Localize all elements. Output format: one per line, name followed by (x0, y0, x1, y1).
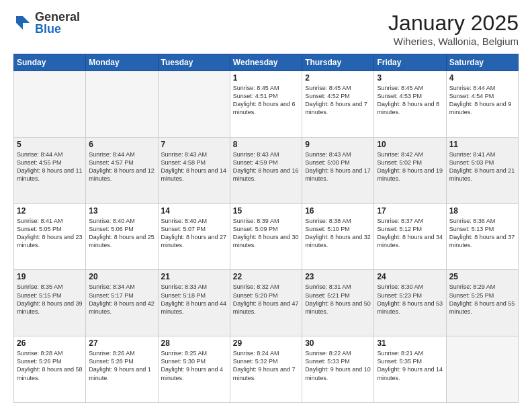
day-number: 13 (89, 206, 154, 216)
calendar: Sunday Monday Tuesday Wednesday Thursday… (13, 54, 519, 403)
calendar-week-row: 19Sunrise: 8:35 AM Sunset: 5:15 PM Dayli… (14, 270, 519, 336)
day-number: 11 (449, 140, 515, 149)
page-title: January 2025 (388, 11, 519, 36)
header: General Blue January 2025 Wiheries, Wall… (13, 11, 519, 47)
svg-marker-3 (16, 16, 23, 23)
day-number: 2 (305, 73, 371, 83)
day-number: 16 (305, 206, 371, 216)
col-sunday: Sunday (14, 54, 86, 71)
table-cell: 19Sunrise: 8:35 AM Sunset: 5:15 PM Dayli… (14, 270, 86, 336)
day-number: 18 (449, 206, 515, 216)
day-number: 6 (89, 140, 154, 149)
table-cell: 27Sunrise: 8:26 AM Sunset: 5:28 PM Dayli… (86, 336, 158, 403)
day-number: 3 (377, 73, 443, 83)
table-cell: 16Sunrise: 8:38 AM Sunset: 5:10 PM Dayli… (302, 203, 374, 270)
day-info: Sunrise: 8:42 AM Sunset: 5:02 PM Dayligh… (377, 150, 443, 183)
day-number: 4 (449, 73, 515, 83)
table-cell: 18Sunrise: 8:36 AM Sunset: 5:13 PM Dayli… (446, 203, 518, 270)
day-info: Sunrise: 8:31 AM Sunset: 5:21 PM Dayligh… (305, 283, 371, 316)
table-cell: 12Sunrise: 8:41 AM Sunset: 5:05 PM Dayli… (14, 203, 86, 270)
table-cell: 8Sunrise: 8:43 AM Sunset: 4:59 PM Daylig… (230, 137, 302, 203)
day-number: 25 (449, 272, 515, 281)
table-cell: 4Sunrise: 8:44 AM Sunset: 4:54 PM Daylig… (446, 71, 518, 138)
col-wednesday: Wednesday (230, 54, 302, 71)
day-info: Sunrise: 8:32 AM Sunset: 5:20 PM Dayligh… (233, 283, 299, 316)
calendar-week-row: 5Sunrise: 8:44 AM Sunset: 4:55 PM Daylig… (14, 137, 519, 203)
day-number: 22 (233, 272, 299, 281)
day-number: 29 (233, 338, 299, 348)
table-cell: 31Sunrise: 8:21 AM Sunset: 5:35 PM Dayli… (374, 336, 446, 403)
day-number: 24 (377, 272, 443, 281)
day-number: 9 (305, 140, 371, 149)
table-cell: 22Sunrise: 8:32 AM Sunset: 5:20 PM Dayli… (230, 270, 302, 336)
day-number: 23 (305, 272, 371, 281)
day-info: Sunrise: 8:34 AM Sunset: 5:17 PM Dayligh… (89, 283, 154, 316)
col-friday: Friday (374, 54, 446, 71)
day-info: Sunrise: 8:44 AM Sunset: 4:55 PM Dayligh… (17, 150, 83, 183)
day-info: Sunrise: 8:22 AM Sunset: 5:33 PM Dayligh… (305, 349, 371, 382)
day-info: Sunrise: 8:35 AM Sunset: 5:15 PM Dayligh… (17, 283, 83, 316)
day-number: 14 (161, 206, 227, 216)
day-number: 15 (233, 206, 299, 216)
table-cell: 29Sunrise: 8:24 AM Sunset: 5:32 PM Dayli… (230, 336, 302, 403)
logo-general: General (35, 11, 80, 23)
day-info: Sunrise: 8:41 AM Sunset: 5:05 PM Dayligh… (17, 217, 83, 250)
table-cell: 14Sunrise: 8:40 AM Sunset: 5:07 PM Dayli… (158, 203, 230, 270)
day-info: Sunrise: 8:38 AM Sunset: 5:10 PM Dayligh… (305, 217, 371, 250)
table-cell: 21Sunrise: 8:33 AM Sunset: 5:18 PM Dayli… (158, 270, 230, 336)
day-number: 21 (161, 272, 227, 281)
day-info: Sunrise: 8:44 AM Sunset: 4:57 PM Dayligh… (89, 150, 154, 183)
calendar-header-row: Sunday Monday Tuesday Wednesday Thursday… (14, 54, 519, 71)
table-cell: 2Sunrise: 8:45 AM Sunset: 4:52 PM Daylig… (302, 71, 374, 138)
table-cell: 7Sunrise: 8:43 AM Sunset: 4:58 PM Daylig… (158, 137, 230, 203)
page-subtitle: Wiheries, Wallonia, Belgium (388, 36, 519, 47)
table-cell: 20Sunrise: 8:34 AM Sunset: 5:17 PM Dayli… (86, 270, 158, 336)
table-cell: 10Sunrise: 8:42 AM Sunset: 5:02 PM Dayli… (374, 137, 446, 203)
day-info: Sunrise: 8:45 AM Sunset: 4:52 PM Dayligh… (305, 84, 371, 117)
table-cell (158, 71, 230, 138)
calendar-week-row: 1Sunrise: 8:45 AM Sunset: 4:51 PM Daylig… (14, 71, 519, 138)
table-cell: 15Sunrise: 8:39 AM Sunset: 5:09 PM Dayli… (230, 203, 302, 270)
calendar-week-row: 26Sunrise: 8:28 AM Sunset: 5:26 PM Dayli… (14, 336, 519, 403)
day-number: 19 (17, 272, 83, 281)
day-info: Sunrise: 8:28 AM Sunset: 5:26 PM Dayligh… (17, 349, 83, 382)
table-cell: 23Sunrise: 8:31 AM Sunset: 5:21 PM Dayli… (302, 270, 374, 336)
table-cell: 1Sunrise: 8:45 AM Sunset: 4:51 PM Daylig… (230, 71, 302, 138)
table-cell: 13Sunrise: 8:40 AM Sunset: 5:06 PM Dayli… (86, 203, 158, 270)
table-cell: 3Sunrise: 8:45 AM Sunset: 4:53 PM Daylig… (374, 71, 446, 138)
day-info: Sunrise: 8:43 AM Sunset: 5:00 PM Dayligh… (305, 150, 371, 183)
day-info: Sunrise: 8:41 AM Sunset: 5:03 PM Dayligh… (449, 150, 515, 183)
table-cell (86, 71, 158, 138)
table-cell: 11Sunrise: 8:41 AM Sunset: 5:03 PM Dayli… (446, 137, 518, 203)
day-info: Sunrise: 8:33 AM Sunset: 5:18 PM Dayligh… (161, 283, 227, 316)
day-info: Sunrise: 8:43 AM Sunset: 4:58 PM Dayligh… (161, 150, 227, 183)
table-cell: 25Sunrise: 8:29 AM Sunset: 5:25 PM Dayli… (446, 270, 518, 336)
day-info: Sunrise: 8:43 AM Sunset: 4:59 PM Dayligh… (233, 150, 299, 183)
day-info: Sunrise: 8:37 AM Sunset: 5:12 PM Dayligh… (377, 217, 443, 250)
calendar-week-row: 12Sunrise: 8:41 AM Sunset: 5:05 PM Dayli… (14, 203, 519, 270)
day-number: 20 (89, 272, 154, 281)
day-number: 7 (161, 140, 227, 149)
day-info: Sunrise: 8:21 AM Sunset: 5:35 PM Dayligh… (377, 349, 443, 382)
day-number: 28 (161, 338, 227, 348)
col-monday: Monday (86, 54, 158, 71)
day-info: Sunrise: 8:30 AM Sunset: 5:23 PM Dayligh… (377, 283, 443, 316)
title-block: January 2025 Wiheries, Wallonia, Belgium (388, 11, 519, 47)
day-info: Sunrise: 8:45 AM Sunset: 4:53 PM Dayligh… (377, 84, 443, 117)
col-thursday: Thursday (302, 54, 374, 71)
day-number: 31 (377, 338, 443, 348)
day-info: Sunrise: 8:45 AM Sunset: 4:51 PM Dayligh… (233, 84, 299, 117)
day-info: Sunrise: 8:29 AM Sunset: 5:25 PM Dayligh… (449, 283, 515, 316)
day-number: 27 (89, 338, 154, 348)
day-number: 10 (377, 140, 443, 149)
table-cell: 9Sunrise: 8:43 AM Sunset: 5:00 PM Daylig… (302, 137, 374, 203)
day-info: Sunrise: 8:36 AM Sunset: 5:13 PM Dayligh… (449, 217, 515, 250)
day-number: 1 (233, 73, 299, 83)
table-cell (446, 336, 518, 403)
day-info: Sunrise: 8:40 AM Sunset: 5:06 PM Dayligh… (89, 217, 154, 250)
table-cell: 6Sunrise: 8:44 AM Sunset: 4:57 PM Daylig… (86, 137, 158, 203)
table-cell: 28Sunrise: 8:25 AM Sunset: 5:30 PM Dayli… (158, 336, 230, 403)
day-number: 12 (17, 206, 83, 216)
table-cell: 24Sunrise: 8:30 AM Sunset: 5:23 PM Dayli… (374, 270, 446, 336)
day-number: 17 (377, 206, 443, 216)
